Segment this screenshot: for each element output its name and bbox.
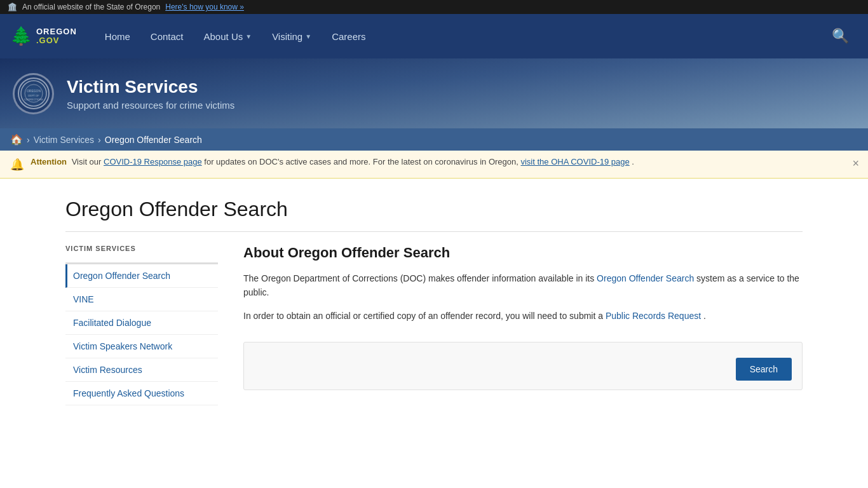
hero-subtitle: Support and resources for crime victims	[67, 100, 234, 111]
svg-text:OREGON: OREGON	[26, 89, 41, 93]
home-icon[interactable]: 🏠	[10, 133, 23, 146]
svg-text:DEPT OF: DEPT OF	[28, 94, 39, 97]
sidebar-item-victim-resources[interactable]: Victim Resources	[65, 358, 218, 382]
nav-about-us[interactable]: About Us ▼	[195, 26, 261, 47]
hero-content: OREGON DEPT OF CORRECTIONS Victim Servic…	[13, 73, 234, 114]
logo-area: 🌲 OREGON .GOV	[10, 27, 77, 46]
nav-contact[interactable]: Contact	[142, 26, 193, 47]
sidebar-item-vine[interactable]: VINE	[65, 288, 218, 311]
sidebar-item-offender-search[interactable]: Oregon Offender Search	[65, 264, 218, 288]
breadcrumb-victim-services[interactable]: Victim Services	[34, 135, 94, 145]
covid-response-link[interactable]: COVID-19 Response page	[104, 157, 202, 166]
content-layout: VICTIM SERVICES Oregon Offender Search V…	[65, 245, 803, 405]
breadcrumb-current: Oregon Offender Search	[105, 135, 202, 145]
main-nav: 🌲 OREGON .GOV Home Contact About Us ▼ Vi…	[0, 14, 868, 58]
attention-text: Attention Visit our COVID-19 Response pa…	[31, 157, 634, 166]
bottom-card: Search	[243, 342, 803, 390]
svg-text:CORRECTIONS: CORRECTIONS	[24, 98, 43, 101]
sidebar: VICTIM SERVICES Oregon Offender Search V…	[65, 245, 218, 405]
search-offender-button[interactable]: Search	[736, 358, 792, 381]
offender-search-link[interactable]: Oregon Offender Search	[597, 273, 694, 283]
public-records-link[interactable]: Public Records Request	[606, 311, 701, 321]
nav-links: Home Contact About Us ▼ Visiting ▼ Caree…	[96, 26, 823, 47]
attention-text-before: Visit our	[72, 157, 104, 166]
hero-text: Victim Services Support and resources fo…	[67, 77, 234, 111]
nav-careers[interactable]: Careers	[323, 26, 374, 47]
top-banner: 🏛️ An official website of the State of O…	[0, 0, 868, 14]
article-p2-before: In order to obtain an official or certif…	[243, 311, 606, 321]
attention-close-button[interactable]: ×	[852, 157, 859, 170]
search-button[interactable]: 🔍	[823, 23, 858, 50]
dept-seal: OREGON DEPT OF CORRECTIONS	[13, 73, 54, 114]
sidebar-item-facilitated-dialogue[interactable]: Facilitated Dialogue	[65, 311, 218, 335]
article-title: About Oregon Offender Search	[243, 245, 803, 261]
sidebar-section-title: VICTIM SERVICES	[65, 245, 218, 255]
main-content: Oregon Offender Search VICTIM SERVICES O…	[53, 179, 815, 431]
bell-icon: 🔔	[10, 158, 24, 172]
page-title: Oregon Offender Search	[65, 198, 803, 232]
nav-home[interactable]: Home	[96, 26, 139, 47]
seal-inner: OREGON DEPT OF CORRECTIONS	[18, 78, 50, 109]
oregon-flag-icon: 🏛️	[8, 3, 17, 11]
breadcrumb-sep-2: ›	[98, 135, 101, 145]
attention-bar: 🔔 Attention Visit our COVID-19 Response …	[0, 151, 868, 179]
article-content: About Oregon Offender Search The Oregon …	[243, 245, 803, 405]
about-dropdown-arrow: ▼	[245, 33, 252, 40]
article-p1-before: The Oregon Department of Corrections (DO…	[243, 273, 597, 283]
official-text: An official website of the State of Oreg…	[22, 3, 160, 11]
sidebar-item-faq[interactable]: Frequently Asked Questions	[65, 382, 218, 405]
article-paragraph-2: In order to obtain an official or certif…	[243, 309, 803, 323]
hero-title: Victim Services	[67, 77, 234, 97]
tree-icon: 🌲	[10, 27, 32, 45]
attention-label: Attention	[31, 157, 67, 166]
sidebar-item-speakers-network[interactable]: Victim Speakers Network	[65, 335, 218, 358]
breadcrumb-sep-1: ›	[27, 135, 30, 145]
hero-banner: OREGON DEPT OF CORRECTIONS Victim Servic…	[0, 58, 868, 128]
visiting-dropdown-arrow: ▼	[305, 33, 311, 40]
article-p2-after: .	[703, 311, 706, 321]
logo-text: OREGON .GOV	[36, 27, 77, 46]
sidebar-nav: Oregon Offender Search VINE Facilitated …	[65, 262, 218, 405]
attention-text-mid: for updates on DOC's active cases and mo…	[204, 157, 520, 166]
oha-covid-link[interactable]: visit the OHA COVID-19 page	[520, 157, 629, 166]
how-you-know-link[interactable]: Here's how you know »	[165, 3, 244, 11]
nav-visiting[interactable]: Visiting ▼	[263, 26, 320, 47]
attention-text-after: .	[632, 157, 634, 166]
article-paragraph-1: The Oregon Department of Corrections (DO…	[243, 271, 803, 300]
breadcrumb: 🏠 › Victim Services › Oregon Offender Se…	[0, 128, 868, 151]
oregon-gov-logo[interactable]: 🌲 OREGON .GOV	[10, 27, 77, 46]
